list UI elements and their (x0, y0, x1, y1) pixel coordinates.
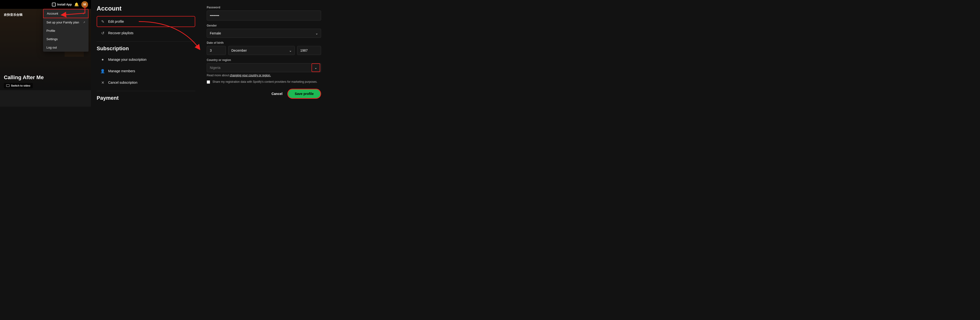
install-icon: ↓ (52, 3, 56, 6)
video-icon (6, 84, 10, 87)
dob-row: JanuaryFebruaryMarch AprilMayJune JulyAu… (207, 46, 321, 55)
recover-playlists-label: Recover playlists (108, 31, 134, 35)
dob-year-input[interactable] (297, 46, 321, 55)
dropdown-settings-label: Settings (46, 37, 58, 41)
dropdown-item-account[interactable]: Account ↗ (43, 9, 89, 18)
x-icon: ✕ (100, 80, 105, 85)
dob-month-select[interactable]: JanuaryFebruaryMarch AprilMayJune JulyAu… (228, 46, 295, 55)
dropdown-family-label: Set up your Family plan (46, 21, 79, 24)
person-icon: 👤 (100, 68, 105, 74)
edit-profile-row[interactable]: ✎ Edit profile (97, 16, 195, 27)
country-select-button[interactable]: Nigeria (207, 63, 321, 72)
external-link-icon-account: ↗ (83, 12, 85, 15)
refresh-icon: ↺ (100, 30, 105, 36)
left-panel: ↓ Install App 🔔 M 欢快音乐合辑 Switch to video… (0, 0, 91, 107)
account-dropdown-menu: Account ↗ Set up your Family plan ↗ Prof… (43, 9, 89, 52)
manage-subscription-label: Manage your subscription (108, 57, 146, 62)
install-app-button[interactable]: ↓ Install App (52, 3, 72, 6)
avatar-letter: M (83, 3, 86, 6)
action-row: Cancel Save profile (207, 89, 321, 99)
dob-day-input[interactable] (207, 46, 226, 55)
country-info-static: Read more about (207, 74, 230, 77)
cancel-subscription-label: Cancel subscription (108, 81, 137, 84)
country-dropdown-button[interactable]: ⌄ (312, 64, 320, 72)
cancel-button[interactable]: Cancel (272, 92, 283, 96)
manage-members-row[interactable]: 👤 Manage members (97, 65, 195, 76)
account-section-title: Account (97, 5, 195, 12)
subscription-section-title: Subscription (97, 45, 195, 52)
payment-section-title: Payment (97, 95, 195, 101)
password-label: Password (207, 6, 321, 9)
right-panel: Password Gender Female Male Non-binary P… (201, 0, 327, 107)
pencil-icon: ✎ (100, 19, 105, 24)
password-input[interactable] (207, 11, 321, 21)
dropdown-profile-label: Profile (46, 29, 55, 32)
external-link-icon-family: ↗ (83, 21, 85, 24)
install-app-label: Install App (57, 3, 72, 6)
country-info-text: Read more about changing your country or… (207, 74, 321, 77)
dropdown-logout-label: Log out (46, 46, 57, 49)
avatar[interactable]: M (81, 1, 88, 8)
cancel-subscription-row[interactable]: ✕ Cancel subscription (97, 77, 195, 88)
country-info-link[interactable]: changing your country or region. (230, 74, 271, 77)
marketing-checkbox[interactable] (207, 80, 210, 84)
gender-label: Gender (207, 24, 321, 27)
switch-to-video-button[interactable]: Switch to video (4, 83, 33, 88)
switch-to-video-label: Switch to video (11, 84, 30, 87)
dob-year-wrapper (297, 46, 321, 55)
edit-profile-label: Edit profile (108, 20, 124, 24)
dob-label: Date of birth (207, 41, 321, 45)
country-placeholder: Nigeria (210, 66, 220, 70)
dob-day-wrapper (207, 46, 226, 55)
country-label: Country or region (207, 58, 321, 62)
song-title: Calling After Me (4, 74, 44, 81)
save-profile-button[interactable]: Save profile (287, 89, 321, 99)
dropdown-account-label: Account (47, 12, 58, 15)
marketing-checkbox-label: Share my registration data with Spotify'… (212, 80, 318, 84)
top-bar: ↓ Install App 🔔 M (0, 0, 91, 9)
dropdown-item-family[interactable]: Set up your Family plan ↗ (43, 18, 89, 27)
manage-subscription-row[interactable]: ● Manage your subscription (97, 54, 195, 65)
dob-month-wrapper: JanuaryFebruaryMarch AprilMayJune JulyAu… (228, 46, 295, 55)
dropdown-item-settings[interactable]: Settings (43, 35, 89, 43)
gender-select-wrapper: Female Male Non-binary Prefer not to say… (207, 29, 321, 38)
gender-select[interactable]: Female Male Non-binary Prefer not to say (207, 29, 321, 38)
marketing-checkbox-row: Share my registration data with Spotify'… (207, 80, 321, 84)
spotify-icon: ● (100, 57, 105, 62)
playlist-title: 欢快音乐合辑 (4, 13, 22, 17)
notification-bell-icon[interactable]: 🔔 (74, 2, 79, 7)
dropdown-item-profile[interactable]: Profile (43, 27, 89, 35)
recover-playlists-row[interactable]: ↺ Recover playlists (97, 27, 195, 38)
dropdown-item-logout[interactable]: Log out (43, 43, 89, 52)
middle-panel: Account ✎ Edit profile ↺ Recover playlis… (91, 0, 201, 107)
order-history-row[interactable]: ▤ Order history (97, 103, 195, 107)
manage-members-label: Manage members (108, 69, 135, 73)
country-select-wrapper: Nigeria ⌄ (207, 63, 321, 72)
